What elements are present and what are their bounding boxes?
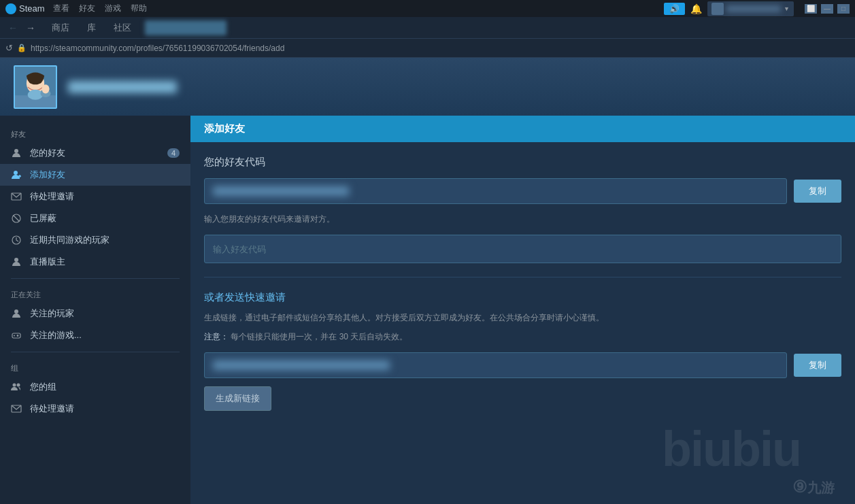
svg-rect-18 bbox=[12, 333, 20, 338]
copy-invite-link-button[interactable]: 复制 bbox=[794, 354, 841, 377]
svg-point-23 bbox=[13, 384, 16, 387]
speaker-icon: 🔊 bbox=[669, 4, 680, 14]
lock-icon: 🔒 bbox=[17, 44, 27, 52]
bell-button[interactable]: 🔔 bbox=[690, 3, 702, 14]
menu-friends[interactable]: 好友 bbox=[79, 3, 95, 14]
group-mail-icon bbox=[11, 403, 22, 414]
copy-friend-code-button[interactable]: 复制 bbox=[794, 180, 841, 203]
sidebar-item-pending-invites[interactable]: 待处理邀请 bbox=[0, 186, 190, 207]
recent-players-label: 近期共同游戏的玩家 bbox=[30, 234, 110, 246]
titlebar: Steam 查看 好友 游戏 帮助 🔊 🔔 ▼ ⬜ — □ bbox=[0, 0, 855, 17]
sidebar-item-followed-games[interactable]: 关注的游戏... bbox=[0, 324, 190, 346]
svg-line-14 bbox=[14, 216, 20, 222]
menu-view[interactable]: 查看 bbox=[53, 3, 69, 14]
pending-invites-label: 待处理邀请 bbox=[30, 190, 74, 203]
bell-icon: 🔔 bbox=[690, 3, 702, 14]
streamer-icon bbox=[11, 256, 22, 267]
sidebar-item-recent-players[interactable]: 近期共同游戏的玩家 bbox=[0, 229, 190, 251]
titlebar-menu: 查看 好友 游戏 帮助 bbox=[53, 3, 147, 14]
back-button[interactable]: ← bbox=[5, 21, 20, 35]
person-add-icon bbox=[11, 169, 22, 180]
quick-invite-title: 或者发送快速邀请 bbox=[204, 291, 841, 304]
followed-games-label: 关注的游戏... bbox=[30, 329, 82, 341]
avatar-image bbox=[15, 67, 56, 107]
clock-icon bbox=[11, 235, 22, 246]
content-header: 添加好友 bbox=[190, 116, 855, 142]
invite-link-display bbox=[204, 352, 787, 378]
tab-community[interactable]: 社区 bbox=[105, 19, 139, 37]
profile-avatar[interactable] bbox=[14, 65, 57, 109]
group-invites-label: 待处理邀请 bbox=[30, 403, 74, 415]
sidebar-item-group-invites[interactable]: 待处理邀请 bbox=[0, 398, 190, 420]
sidebar-item-your-friends[interactable]: 您的好友 4 bbox=[0, 142, 190, 164]
note-text: 每个链接只能使用一次，并在 30 天后自动失效。 bbox=[231, 332, 407, 341]
svg-point-16 bbox=[14, 258, 18, 262]
sidebar-divider-1 bbox=[11, 278, 180, 279]
friend-code-input[interactable] bbox=[204, 235, 841, 263]
forward-button[interactable]: → bbox=[23, 21, 38, 35]
mail-icon bbox=[11, 191, 22, 202]
chevron-down-icon: ▼ bbox=[784, 5, 790, 12]
menu-games[interactable]: 游戏 bbox=[105, 3, 121, 14]
nav-search-input[interactable] bbox=[145, 20, 227, 35]
maximize-button[interactable]: □ bbox=[837, 4, 850, 14]
refresh-button[interactable]: ↺ bbox=[5, 43, 13, 53]
minimize-button[interactable]: — bbox=[821, 4, 833, 14]
friend-code-display bbox=[204, 178, 787, 204]
url-display: https://steamcommunity.com/profiles/7656… bbox=[31, 44, 284, 53]
followed-players-label: 关注的玩家 bbox=[30, 307, 74, 320]
urlbar: ↺ 🔒 https://steamcommunity.com/profiles/… bbox=[0, 39, 855, 58]
note-label: 注意： bbox=[204, 332, 229, 341]
friend-code-section-title: 您的好友代码 bbox=[204, 156, 841, 169]
sidebar-item-followed-players[interactable]: 关注的玩家 bbox=[0, 303, 190, 324]
streamers-label: 直播版主 bbox=[30, 256, 65, 268]
sidebar-divider-2 bbox=[11, 352, 180, 352]
friend-code-value-blurred bbox=[213, 186, 349, 196]
titlebar-left: Steam 查看 好友 游戏 帮助 bbox=[5, 3, 147, 14]
tab-library[interactable]: 库 bbox=[79, 19, 104, 37]
sidebar-item-add-friend[interactable]: 添加好友 bbox=[0, 164, 190, 186]
window-controls: ⬜ — □ bbox=[805, 4, 850, 14]
steam-title: Steam bbox=[19, 3, 45, 14]
code-display-row: 复制 bbox=[204, 178, 841, 204]
svg-point-5 bbox=[28, 89, 44, 99]
block-icon bbox=[11, 213, 22, 224]
person-icon bbox=[11, 148, 22, 158]
link-row: 复制 bbox=[204, 352, 841, 378]
navbar: ← → 商店 库 社区 bbox=[0, 17, 855, 39]
hint-text: 输入您朋友的好友代码来邀请对方。 bbox=[204, 214, 841, 225]
content-header-title: 添加好友 bbox=[204, 122, 245, 134]
svg-point-8 bbox=[14, 149, 18, 153]
main-content: 好友 您的好友 4 添加好友 待处理邀请 已屏蔽 bbox=[0, 116, 855, 504]
svg-point-20 bbox=[17, 335, 18, 337]
nav-arrows: ← → bbox=[5, 21, 38, 35]
add-friend-label: 添加好友 bbox=[30, 169, 65, 181]
profile-name bbox=[68, 81, 177, 93]
blocked-label: 已屏蔽 bbox=[30, 212, 56, 224]
friends-badge: 4 bbox=[167, 148, 180, 158]
content-area: 添加好友 您的好友代码 复制 输入您朋友的好友代码来邀请对方。 或者发送快速邀请… bbox=[190, 116, 855, 504]
groups-section-title: 组 bbox=[0, 358, 190, 376]
content-body: 您的好友代码 复制 输入您朋友的好友代码来邀请对方。 或者发送快速邀请 生成链接… bbox=[190, 142, 855, 424]
tab-store[interactable]: 商店 bbox=[44, 19, 78, 37]
user-avatar-small bbox=[711, 3, 724, 15]
groups-icon bbox=[11, 382, 22, 392]
steam-logo: Steam bbox=[5, 3, 45, 14]
sidebar-item-blocked[interactable]: 已屏蔽 bbox=[0, 207, 190, 229]
section-divider bbox=[204, 277, 841, 278]
your-friends-label: 您的好友 bbox=[30, 147, 65, 159]
steam-logo-icon bbox=[5, 3, 16, 14]
friends-section-title: 好友 bbox=[0, 124, 190, 142]
sidebar-item-your-groups[interactable]: 您的组 bbox=[0, 376, 190, 398]
svg-point-9 bbox=[14, 171, 18, 175]
gamepad-icon bbox=[11, 330, 22, 341]
generate-new-link-button[interactable]: 生成新链接 bbox=[204, 386, 271, 411]
your-groups-label: 您的组 bbox=[30, 381, 56, 393]
svg-point-24 bbox=[17, 384, 20, 387]
monitor-icon[interactable]: ⬜ bbox=[805, 4, 817, 14]
menu-help[interactable]: 帮助 bbox=[131, 3, 147, 14]
nav-tabs: 商店 库 社区 bbox=[44, 19, 139, 37]
user-dropdown[interactable]: ▼ bbox=[707, 1, 794, 16]
sidebar-item-streamers[interactable]: 直播版主 bbox=[0, 251, 190, 273]
speaker-button[interactable]: 🔊 bbox=[664, 3, 685, 15]
